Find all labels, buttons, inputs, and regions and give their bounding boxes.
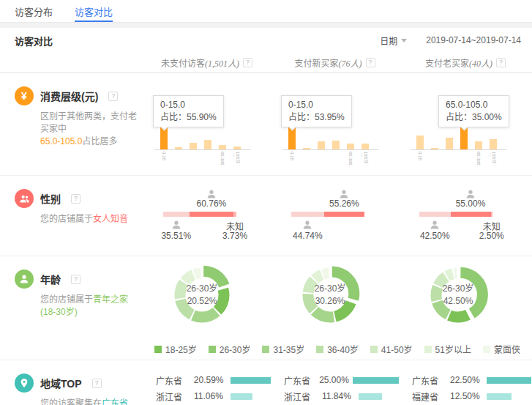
date-range-value[interactable]: 2019-07-14~2019-07-14 — [426, 35, 521, 45]
gender-description: 您的店铺属于女人知音 — [40, 213, 143, 226]
yen-icon: ¥ — [15, 86, 34, 105]
tooltip-title: 0-15.0 — [288, 99, 345, 111]
tick-slot — [175, 152, 182, 166]
chevron-down-icon — [401, 39, 407, 42]
gender-chart-old: 55.00%42.50%未知2.50% — [399, 176, 532, 256]
axis-ticks: 0-1565-105105以上 — [416, 152, 497, 166]
column-headers: 未支付访客(1,501人) ? 支付新买家(76人) ? 支付老买家(40人) … — [0, 53, 532, 73]
bar[interactable] — [332, 141, 340, 149]
bar[interactable] — [490, 139, 497, 149]
gender-segment-male[interactable] — [163, 212, 190, 217]
tooltip-title: 0-15.0 — [160, 99, 217, 111]
gender-chart-unpaid: 60.76%35.51%未知3.73% — [143, 176, 271, 256]
axis-tick-label: 105以上 — [361, 152, 369, 166]
consumption-bar-chart-old: 0-1565-105105以上65.0-105.0占比：35.00% — [399, 73, 532, 175]
region-title: 地域TOP — [40, 376, 82, 390]
legend-label: 18-25岁 — [165, 343, 197, 355]
gender-stacked-bar — [291, 212, 365, 217]
consumption-label-cell: ¥ 消费层级(元) ? 区别于其他两类，支付老买家中65.0-105.0占比居多 — [0, 73, 143, 175]
consumption-title: 消费层级(元) — [40, 89, 98, 103]
date-dropdown[interactable]: 日期 — [380, 34, 407, 47]
legend-item[interactable]: 41-50岁 — [370, 338, 413, 360]
tick-slot: 0-15 — [416, 152, 424, 166]
tooltip-value: 占比：53.95% — [288, 111, 345, 124]
region-bar — [231, 377, 271, 384]
tick-slot: 65-105 — [219, 152, 226, 166]
region-list-old: 广东省22.50%福建省12.50% — [399, 360, 532, 405]
row-consumption-level: ¥ 消费层级(元) ? 区别于其他两类，支付老买家中65.0-105.0占比居多… — [0, 73, 532, 176]
legend-item[interactable]: 31-35岁 — [262, 338, 304, 360]
divider-band — [0, 23, 532, 28]
tick-slot — [190, 152, 197, 166]
female-icon — [465, 189, 476, 199]
tick-slot: 65-105 — [347, 152, 354, 166]
bar[interactable] — [416, 135, 424, 149]
help-icon[interactable]: ? — [243, 58, 252, 67]
help-icon[interactable]: ? — [366, 58, 375, 67]
gender-segment-unknown[interactable] — [233, 212, 236, 217]
tick-slot: 105以上 — [233, 152, 241, 166]
bar[interactable] — [475, 141, 482, 149]
legend-label: 41-50岁 — [381, 343, 413, 355]
gender-segment-female[interactable] — [324, 212, 364, 217]
bar[interactable] — [190, 143, 197, 149]
chart-tooltip: 65.0-105.0占比：35.00% — [438, 95, 509, 127]
desc-highlight: 广东省 — [102, 398, 128, 405]
age-donut-unpaid: 26-30岁20.52% — [143, 256, 271, 335]
tabbar: 访客分布 访客对比 — [0, 0, 532, 23]
region-name: 浙江省 — [284, 390, 322, 403]
help-icon[interactable]: ? — [92, 379, 102, 388]
tick-slot: 0-15 — [288, 152, 296, 166]
region-bar — [359, 393, 382, 400]
legend-label: 31-35岁 — [273, 343, 304, 355]
legend-item[interactable]: 36-40岁 — [316, 338, 359, 360]
legend-label: 26-30岁 — [220, 343, 251, 355]
consumption-bar-chart-unpaid: 0-1565-105105以上0-15.0占比：55.90% — [143, 73, 271, 175]
desc-text: 您的店铺属于 — [40, 294, 93, 305]
region-list-new: 广东省25.00%浙江省11.84% — [271, 360, 399, 405]
chart-tooltip: 0-15.0占比：55.90% — [153, 95, 224, 127]
axis-ticks: 0-1565-105105以上 — [288, 152, 369, 166]
x-axis — [282, 149, 379, 150]
help-icon[interactable]: ? — [496, 58, 506, 67]
column-name: 支付新买家 — [294, 56, 338, 69]
row-age: 年龄 ? 您的店铺属于青年之家(18-30岁) 26-30岁20.52% 26-… — [0, 256, 532, 360]
location-pin-icon — [15, 374, 34, 393]
column-name: 未支付访客 — [161, 56, 205, 69]
region-name: 福建省 — [412, 390, 450, 403]
female-percent: 55.26% — [329, 198, 359, 209]
tick-slot — [204, 152, 211, 166]
gender-segment-female[interactable] — [190, 212, 234, 217]
gender-segment-male[interactable] — [419, 212, 451, 217]
region-name: 浙江省 — [156, 390, 194, 403]
bar[interactable] — [361, 144, 369, 150]
axis-tick-label: 65-105 — [220, 152, 225, 166]
region-label-cell: 地域TOP ? 您的访客聚集在广东省 — [0, 360, 143, 405]
bar[interactable] — [204, 140, 211, 149]
gender-segment-male[interactable] — [291, 212, 324, 217]
gender-segment-female[interactable] — [451, 212, 491, 217]
help-icon[interactable]: ? — [108, 92, 118, 101]
tooltip-title: 65.0-105.0 — [446, 99, 502, 111]
female-icon — [339, 189, 349, 199]
help-icon[interactable]: ? — [71, 275, 80, 284]
bar[interactable] — [446, 138, 453, 149]
legend-item[interactable]: 26-30岁 — [209, 338, 251, 360]
legend-item[interactable]: 18-25岁 — [154, 338, 197, 360]
gender-title: 性别 — [40, 191, 61, 206]
bar[interactable] — [347, 144, 354, 149]
tick-slot — [431, 152, 438, 166]
tab-visitor-compare[interactable]: 访客对比 — [75, 0, 113, 22]
bar[interactable] — [318, 141, 325, 149]
gender-segment-unknown[interactable] — [491, 212, 493, 217]
age-donut-chart: 26-30岁42.50% — [427, 264, 490, 327]
gender-chart: 55.00%42.50%未知2.50% — [405, 187, 532, 246]
legend-item[interactable]: 蒙面侠 — [483, 338, 520, 360]
female-icon — [206, 189, 217, 199]
legend-item[interactable]: 51岁以上 — [424, 338, 471, 360]
help-icon[interactable]: ? — [71, 194, 80, 204]
region-list-unpaid: 广东省20.59%浙江省11.06% — [143, 360, 271, 405]
column-header-unpaid-visitors: 未支付访客(1,501人) ? — [143, 56, 271, 70]
age-title: 年龄 — [40, 272, 61, 286]
tab-visitor-distribution[interactable]: 访客分布 — [15, 0, 53, 22]
